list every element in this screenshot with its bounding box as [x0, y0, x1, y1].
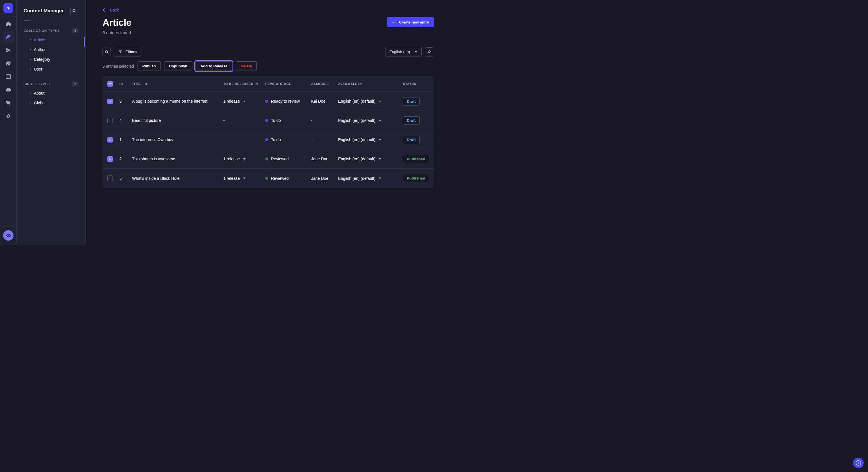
cell-available-in[interactable]: English (en) (default): [338, 118, 403, 123]
column-header-assignee[interactable]: ASSIGNEE: [311, 82, 338, 86]
cell-available-in[interactable]: English (en) (default): [338, 137, 403, 142]
divider: [0, 227, 17, 227]
table-row[interactable]: 4 Beautiful picture - To do - English (e…: [102, 111, 434, 130]
unpublish-button[interactable]: Unpublish: [164, 61, 192, 71]
stage-dot-icon: [265, 100, 268, 103]
row-checkbox[interactable]: [107, 99, 113, 104]
marketplace-button[interactable]: [3, 97, 14, 109]
sidebar-item-global[interactable]: Global: [24, 98, 79, 108]
back-link[interactable]: Back: [102, 8, 119, 12]
bullet-icon: [30, 59, 31, 60]
cell-release[interactable]: 1 release: [223, 99, 265, 103]
add-to-release-button[interactable]: Add to Release: [195, 61, 232, 71]
stage-dot-icon: [265, 138, 268, 141]
cell-assignee: Jane Doe: [311, 157, 338, 161]
cell-available-in[interactable]: English (en) (default): [338, 176, 403, 181]
active-indicator: [84, 37, 85, 47]
filters-button[interactable]: Filters: [114, 47, 141, 57]
column-header-status[interactable]: STATUS: [403, 82, 429, 86]
sidebar-item-label: Author: [34, 47, 45, 52]
bullet-icon: [30, 102, 31, 103]
layout-icon: [5, 73, 11, 80]
table-row[interactable]: 1 The internet's Own boy - To do - Engli…: [102, 130, 434, 149]
title-row: Article 5 entries found Create new entry: [102, 17, 434, 35]
selection-bar: 3 entries selected Publish Unpublish Add…: [102, 61, 434, 71]
cell-title: This shrimp is awesome: [132, 157, 223, 161]
release-value: 1 release: [223, 176, 240, 181]
section-count-badge: 4: [72, 28, 79, 33]
chevron-down-icon: [378, 139, 381, 141]
cell-available-in[interactable]: English (en) (default): [338, 157, 403, 161]
cell-release[interactable]: -: [223, 118, 265, 123]
sidebar-item-author[interactable]: Author: [24, 45, 79, 55]
cell-assignee: -: [311, 118, 338, 123]
home-button[interactable]: [3, 18, 14, 30]
back-label: Back: [110, 8, 119, 12]
chevron-down-icon: [243, 100, 246, 102]
cell-id: 4: [119, 118, 132, 123]
search-button[interactable]: [102, 47, 111, 56]
table-row[interactable]: 3 A bug is becoming a meme on the intern…: [102, 92, 434, 111]
cell-release[interactable]: 1 release: [223, 176, 265, 181]
status-badge: Published: [403, 155, 429, 163]
cell-available-in[interactable]: English (en) (default): [338, 99, 403, 103]
bullet-icon: [30, 39, 31, 40]
cell-release[interactable]: -: [223, 137, 265, 142]
cart-icon: [5, 100, 11, 106]
column-header-id[interactable]: ID: [119, 82, 132, 86]
table-row[interactable]: 5 What's inside a Black Hole 1 release R…: [102, 169, 434, 188]
status-badge: Draft: [403, 116, 420, 125]
content-type-builder-button[interactable]: [3, 71, 14, 82]
column-header-review-stage[interactable]: REVIEW STAGE: [265, 82, 311, 86]
app-root: KD Content Manager COLLECTION TYPES4Arti…: [0, 0, 450, 245]
review-stage-value: Reviewed: [271, 176, 288, 181]
column-header-available-in[interactable]: AVAILABLE IN: [338, 82, 403, 86]
table-row[interactable]: 2 This shrimp is awesome 1 release Revie…: [102, 149, 434, 169]
cell-review-stage: Reviewed: [265, 176, 311, 181]
releases-button[interactable]: [3, 44, 14, 56]
entries-count: 5 entries found: [102, 30, 131, 35]
home-icon: [5, 21, 11, 27]
deploy-cloud-button[interactable]: [3, 84, 14, 96]
cell-title: Beautiful picture: [132, 118, 223, 123]
delete-button[interactable]: Delete: [236, 61, 257, 71]
release-value: 1 release: [223, 99, 240, 103]
sidebar-item-category[interactable]: Category: [24, 55, 79, 64]
cell-assignee: -: [311, 137, 338, 142]
sidebar-item-label: User: [34, 67, 42, 71]
select-all-checkbox[interactable]: [107, 81, 113, 87]
settings-button-rail[interactable]: [3, 110, 14, 122]
column-header-title[interactable]: TITLE: [132, 82, 223, 86]
row-checkbox[interactable]: [107, 175, 113, 181]
bullet-icon: [30, 93, 31, 94]
view-settings-button[interactable]: [425, 47, 434, 57]
sidebar-search-button[interactable]: [70, 7, 79, 15]
sidebar-sections: COLLECTION TYPES4ArticleAuthorCategoryUs…: [24, 28, 79, 108]
row-checkbox[interactable]: [107, 137, 113, 142]
media-library-button[interactable]: [3, 58, 14, 69]
sidebar-item-about[interactable]: About: [24, 88, 79, 98]
cell-review-stage: To do: [265, 118, 311, 123]
strapi-logo[interactable]: [3, 3, 13, 13]
sort-asc-icon: [145, 82, 148, 85]
row-checkbox[interactable]: [107, 118, 113, 123]
create-entry-label: Create new entry: [399, 20, 429, 24]
sidebar-items: AboutGlobal: [24, 88, 79, 108]
filter-icon: [118, 50, 123, 54]
chevron-down-icon: [378, 177, 381, 179]
column-header-release[interactable]: TO BE RELEASED IN: [223, 82, 265, 86]
sidebar-item-user[interactable]: User: [24, 64, 79, 74]
row-checkbox[interactable]: [107, 156, 113, 162]
sidebar-item-article[interactable]: Article: [24, 35, 79, 45]
create-entry-button[interactable]: Create new entry: [387, 17, 434, 27]
cell-release[interactable]: 1 release: [223, 157, 265, 161]
cell-status: Draft: [403, 97, 429, 105]
locale-select[interactable]: English (en): [385, 47, 422, 57]
stage-dot-icon: [265, 177, 268, 180]
available-in-value: English (en) (default): [338, 137, 375, 142]
user-avatar[interactable]: KD: [3, 230, 13, 241]
publish-button[interactable]: Publish: [137, 61, 161, 71]
content-manager-button[interactable]: [3, 31, 14, 43]
sidebar-header: Content Manager: [24, 7, 79, 15]
selected-count: 3 entries selected: [102, 64, 134, 69]
